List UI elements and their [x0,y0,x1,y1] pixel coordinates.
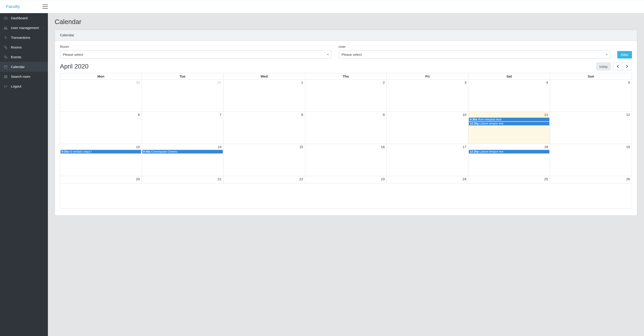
filter-button[interactable]: Filter [617,51,632,58]
hamburger-icon[interactable] [42,4,48,8]
sidebar-item-label: Logout [11,84,21,88]
event-title: Consequatur Deseru [150,150,178,153]
day-number: 17 [463,145,466,149]
event-title: Labore tempor eve [479,122,503,125]
topbar: Faculty [0,0,644,13]
calendar-cell[interactable]: 8 [224,112,305,144]
calendar-cell[interactable]: 20 [60,176,142,183]
sidebar-item-dashboard[interactable]: Dashboard [0,13,48,23]
calendar-cell[interactable]: 1 [224,80,305,112]
event-time: 12:20p [470,150,479,153]
calendar-cell[interactable]: 22 [224,176,305,183]
brand-link[interactable]: Faculty [6,4,20,9]
user-label: User [338,45,610,48]
calendar-cell[interactable]: 24 [387,176,468,183]
room-select-value: Please select [63,53,83,56]
day-number: 13 [136,145,140,149]
sidebar-item-label: Dashboard [11,16,28,20]
users-icon [4,26,8,29]
day-number: 24 [463,177,466,181]
event-title: Illum voluptas laud [477,118,501,121]
sidebar-item-user-management[interactable]: User management‹ [0,23,48,33]
svg-point-2 [6,27,7,28]
day-header: Mon [60,73,142,80]
caret-down-icon [327,54,329,55]
sidebar-item-events[interactable]: Events [0,52,48,62]
calendar-event[interactable]: 9:30a Illum voluptas laud [469,118,549,121]
sidebar-item-label: User management [11,26,39,30]
day-number: 16 [381,145,385,149]
sidebar-item-logout[interactable]: Logout [0,81,48,91]
sidebar-item-label: Transactions [11,35,30,39]
calendar-cell[interactable]: 25 [468,176,550,183]
calendar-cell[interactable]: 12 [550,112,632,144]
sidebar-item-calendar[interactable]: Calendar [0,62,48,72]
calendar-toolbar: April 2020 today [60,62,632,70]
svg-text:$: $ [5,36,6,39]
sidebar-item-search-room[interactable]: Search room [0,72,48,81]
calendar-cell[interactable]: 4 [468,80,550,112]
day-header: Tue [142,73,224,80]
day-header: Fri [387,73,468,80]
day-number: 10 [463,113,466,116]
event-title: Labore tempor eve [479,150,503,153]
sidebar-item-label: Rooms [11,45,22,49]
calendar-cell[interactable]: 9 [305,112,387,144]
sidebar-item-transactions[interactable]: $Transactions [0,33,48,42]
calendar-cell[interactable]: 5 [550,80,632,112]
calendar-cell[interactable]: 30 [60,80,142,112]
prev-button[interactable] [613,62,622,70]
dollar-icon: $ [4,36,8,39]
today-button[interactable]: today [596,62,611,70]
main-content: Calendar Calendar Room Please select Use… [48,13,644,336]
calendar-card: Calendar Room Please select User Please … [55,30,637,216]
day-number: 19 [626,145,630,149]
day-number: 15 [299,145,303,149]
caret-down-icon [606,54,608,55]
day-number: 23 [381,177,385,181]
event-time: 12:20p [470,122,479,125]
filter-row: Room Please select User Please select [60,45,632,58]
calendar-cell[interactable]: 119:30a Illum voluptas laud12:20p Labore… [468,112,550,144]
calendar-cell[interactable]: 17 [387,144,468,176]
sidebar-item-rooms[interactable]: Rooms [0,42,48,52]
calendar-cell[interactable]: 31 [142,80,224,112]
calendar-cell[interactable]: 15 [224,144,305,176]
calendar-cell[interactable]: 3 [387,80,468,112]
day-number: 9 [383,113,385,116]
calendar-grid-icon [4,75,8,78]
calendar-cell[interactable]: 19 [550,144,632,176]
calendar-event[interactable]: 12:20p Labore tempor eve [469,150,549,153]
calendar-cell[interactable]: 21 [142,176,224,183]
card-header: Calendar [55,30,637,40]
calendar-cell[interactable]: 149:40a Consequatur Deseru [142,144,224,176]
calendar-event[interactable]: 9:20a Id veritatis sequi l [60,150,141,153]
calendar-event[interactable]: 12:20p Labore tempor eve [469,122,549,125]
calendar-cell[interactable]: 6 [60,112,142,144]
user-select[interactable]: Please select [338,50,610,58]
calendar-cell[interactable]: 1812:20p Labore tempor eve [468,144,550,176]
calendar-event[interactable]: 9:40a Consequatur Deseru [142,150,223,153]
day-number: 21 [218,177,222,181]
svg-rect-12 [4,66,7,68]
day-number: 25 [544,177,548,181]
logout-icon [4,85,8,88]
calendar-cell[interactable]: 2 [305,80,387,112]
room-select[interactable]: Please select [60,50,332,58]
day-number: 11 [544,113,548,116]
dashboard-icon [4,17,8,19]
sidebar-item-label: Search room [11,75,30,78]
svg-point-5 [5,46,5,47]
day-header: Sun [550,73,632,80]
calendar-cell[interactable]: 16 [305,144,387,176]
calendar-cell[interactable]: 139:20a Id veritatis sequi l [60,144,142,176]
calendar-cell[interactable]: 23 [305,176,387,183]
event-time: 9:30a [470,118,477,121]
calendar-cell[interactable]: 10 [387,112,468,144]
day-number: 7 [220,113,221,116]
next-button[interactable] [622,62,632,70]
calendar-cell[interactable]: 7 [142,112,224,144]
day-number: 5 [628,80,630,84]
chevron-right-icon [626,65,628,68]
calendar-cell[interactable]: 26 [550,176,632,183]
